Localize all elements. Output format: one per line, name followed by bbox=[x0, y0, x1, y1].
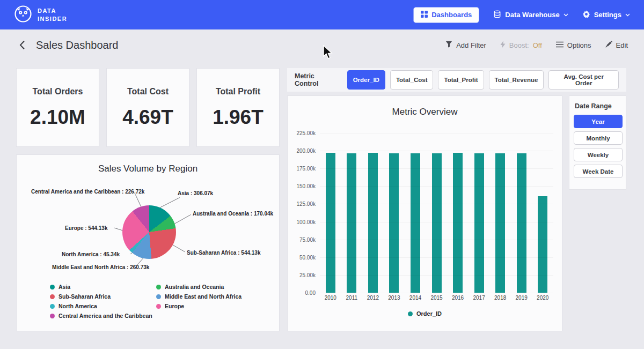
kpi-value: 2.10M bbox=[30, 106, 85, 129]
legend-label: Order_ID bbox=[416, 310, 442, 317]
bar-legend-item-order-id[interactable]: Order_ID bbox=[408, 310, 442, 317]
date-range-label: Date Range bbox=[575, 102, 621, 110]
settings-menu[interactable]: Settings bbox=[582, 10, 630, 20]
legend-dot bbox=[50, 285, 55, 289]
x-tick-label: 2019 bbox=[511, 295, 532, 301]
gear-icon bbox=[582, 10, 590, 20]
date-range-buttons: YearMonthlyWeeklyWeek Date bbox=[574, 115, 621, 178]
metric-option-total-cost[interactable]: Total_Cost bbox=[390, 70, 434, 90]
bar-2015[interactable] bbox=[432, 153, 442, 293]
header-actions: Add Filter Boost: Off Options Edit bbox=[445, 41, 628, 50]
chevron-down-icon bbox=[625, 13, 630, 17]
bar-slot bbox=[362, 133, 384, 293]
x-axis-labels: 2010201120122013201420152016201720182019… bbox=[320, 295, 553, 301]
legend-dot bbox=[156, 285, 161, 289]
legend-dot bbox=[50, 314, 55, 318]
legend-label: Asia bbox=[58, 284, 70, 290]
pie-chart[interactable] bbox=[122, 205, 176, 259]
date-range-option-monthly[interactable]: Monthly bbox=[574, 131, 623, 145]
legend-dot bbox=[50, 294, 55, 299]
bar-2019[interactable] bbox=[517, 153, 526, 293]
x-tick-label: 2011 bbox=[341, 295, 363, 301]
legend-dot bbox=[156, 304, 161, 309]
kpi-card-total-orders: Total Orders 2.10M bbox=[16, 68, 99, 147]
bar-2017[interactable] bbox=[474, 153, 484, 293]
data-warehouse-menu[interactable]: Data Warehouse bbox=[493, 10, 568, 20]
kpi-value: 1.96T bbox=[213, 106, 264, 129]
x-tick-label: 2010 bbox=[320, 295, 341, 301]
back-button[interactable] bbox=[16, 38, 28, 52]
gridline bbox=[320, 151, 553, 151]
options-label: Options bbox=[567, 41, 591, 49]
pie-legend-item-middle-east-and-north-africa[interactable]: Middle East and North Africa bbox=[156, 293, 253, 300]
bar-2018[interactable] bbox=[495, 153, 505, 293]
options-button[interactable]: Options bbox=[556, 41, 591, 49]
kpi-label: Total Cost bbox=[127, 87, 169, 96]
date-range-option-weekly[interactable]: Weekly bbox=[574, 148, 623, 161]
pie-legend: AsiaAustralia and OceaniaSub-Saharan Afr… bbox=[50, 284, 253, 319]
legend-label: Middle East and North Africa bbox=[165, 293, 241, 300]
pie-legend-item-europe[interactable]: Europe bbox=[156, 303, 253, 309]
pie-legend-item-australia-and-oceania[interactable]: Australia and Oceania bbox=[156, 284, 253, 290]
x-tick-label: 2014 bbox=[405, 295, 426, 301]
x-tick-label: 2017 bbox=[469, 295, 490, 301]
add-filter-button[interactable]: Add Filter bbox=[445, 41, 486, 49]
brand-line1: DATA bbox=[38, 7, 67, 15]
x-tick-label: 2015 bbox=[426, 295, 448, 301]
pie-area: Asia : 306.07k Australia and Oceania : 1… bbox=[17, 155, 279, 331]
edit-button[interactable]: Edit bbox=[605, 41, 628, 49]
bolt-icon bbox=[500, 41, 506, 50]
legend-label: Central America and the Caribbean bbox=[58, 313, 152, 319]
pie-legend-item-north-america[interactable]: North America bbox=[50, 303, 156, 309]
gridline bbox=[320, 186, 553, 187]
gridline bbox=[320, 204, 553, 204]
metric-option-order-id[interactable]: Order_ID bbox=[347, 70, 385, 90]
legend-label: Australia and Oceania bbox=[165, 284, 224, 290]
y-tick-label: 50.00k bbox=[299, 254, 316, 260]
dashboards-label: Dashboards bbox=[431, 11, 472, 19]
kpi-label: Total Profit bbox=[216, 87, 260, 96]
bar-2020[interactable] bbox=[538, 196, 547, 293]
bar-2013[interactable] bbox=[389, 153, 399, 293]
date-range-option-week-date[interactable]: Week Date bbox=[574, 165, 623, 178]
edit-label: Edit bbox=[616, 41, 628, 49]
brand-logo[interactable]: DATA INSIDER bbox=[14, 5, 67, 25]
metric-option-total-profit[interactable]: Total_Profit bbox=[438, 70, 484, 90]
pie-legend-item-central-america-and-the-caribbean[interactable]: Central America and the Caribbean bbox=[50, 313, 156, 319]
x-tick-label: 2016 bbox=[447, 295, 469, 301]
x-tick-label: 2013 bbox=[384, 295, 405, 301]
bars-row bbox=[320, 133, 553, 293]
bar-slot bbox=[489, 133, 511, 293]
kpi-card-total-profit: Total Profit 1.96T bbox=[196, 68, 280, 147]
pie-label-australia-and-oceania: Australia and Oceania : 170.04k bbox=[193, 211, 273, 217]
bar-slot bbox=[341, 133, 363, 293]
bar-2014[interactable] bbox=[411, 153, 420, 293]
bar-2016[interactable] bbox=[453, 153, 463, 293]
bar-2012[interactable] bbox=[368, 153, 378, 293]
legend-label: Europe bbox=[165, 303, 184, 309]
legend-label: Sub-Saharan Africa bbox=[58, 293, 111, 300]
metric-option-total-revenue[interactable]: Total_Revenue bbox=[489, 70, 544, 90]
gridline bbox=[320, 293, 553, 293]
metric-option-avg-cost-per-order[interactable]: Avg. Cost per Order bbox=[548, 70, 619, 90]
pie-label-asia: Asia : 306.07k bbox=[178, 190, 213, 196]
bar-chart-plot: 225.00k200.00k175.00k150.00k125.00k100.0… bbox=[320, 133, 553, 293]
pie-legend-item-sub-saharan-africa[interactable]: Sub-Saharan Africa bbox=[50, 293, 156, 300]
y-tick-label: 150.00k bbox=[296, 183, 316, 189]
bar-2011[interactable] bbox=[347, 153, 356, 293]
y-tick-label: 200.00k bbox=[296, 148, 316, 154]
dashboards-button[interactable]: Dashboards bbox=[413, 7, 479, 23]
date-range-option-year[interactable]: Year bbox=[574, 115, 623, 128]
gridline bbox=[320, 168, 553, 169]
kpi-label: Total Orders bbox=[33, 87, 83, 96]
bar-2010[interactable] bbox=[326, 153, 335, 293]
pie-chart-card: Sales Volume by Region Asia : 306.07k Au… bbox=[16, 154, 280, 331]
data-warehouse-label: Data Warehouse bbox=[505, 11, 559, 19]
pie-legend-item-asia[interactable]: Asia bbox=[50, 284, 156, 290]
funnel-icon bbox=[445, 41, 452, 49]
boost-toggle[interactable]: Boost: Off bbox=[500, 41, 542, 50]
pencil-icon bbox=[605, 41, 612, 49]
metric-control-buttons: Order_IDTotal_CostTotal_ProfitTotal_Reve… bbox=[347, 70, 619, 90]
add-filter-label: Add Filter bbox=[456, 41, 486, 49]
y-tick-label: 0.00 bbox=[305, 290, 316, 296]
